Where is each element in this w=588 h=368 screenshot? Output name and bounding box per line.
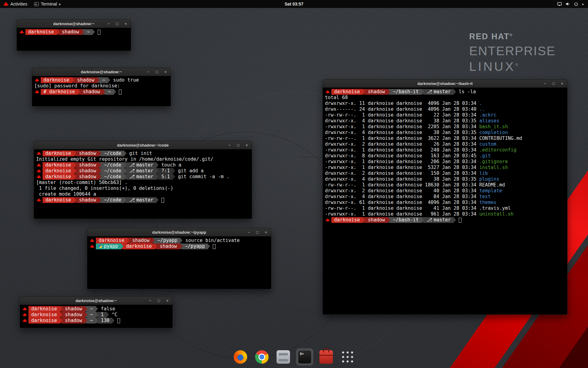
minimize-button[interactable]: − bbox=[106, 22, 111, 26]
powerline-arrow bbox=[152, 238, 155, 243]
close-button[interactable]: × bbox=[264, 230, 268, 234]
powerline-arrow bbox=[85, 312, 87, 317]
prompt-segment-host: shadow bbox=[62, 318, 85, 324]
close-button[interactable]: × bbox=[123, 22, 128, 26]
window-titlebar[interactable]: darknoise@shadow:~−□× bbox=[17, 20, 131, 28]
window-titlebar[interactable]: darknoise@shadow:~−□× bbox=[32, 68, 171, 76]
terminal-output-line: -rwxrwxr-x. 1 darknoise darknoise 5327 J… bbox=[325, 165, 565, 171]
close-button[interactable]: × bbox=[244, 143, 249, 147]
terminal-output-line: -rwxrwxr-x. 1 darknoise darknoise 2205 J… bbox=[325, 124, 565, 130]
powerline-arrow bbox=[85, 306, 87, 312]
terminal-screen[interactable]: darknoiseshadow~/codegit initInitialized… bbox=[34, 149, 252, 219]
dock-item-appgrid[interactable] bbox=[339, 348, 356, 366]
powerline-arrow bbox=[74, 162, 76, 168]
powerline-arrow bbox=[155, 243, 157, 249]
terminal-prompt-line: darknoiseshadow~/pyappsource bin/activat… bbox=[89, 238, 269, 243]
clock[interactable]: Sat 03:57 bbox=[285, 2, 303, 6]
maximize-button[interactable]: □ bbox=[156, 299, 161, 303]
terminal-prompt-line: darknoiseshadow~/codegit init bbox=[36, 151, 250, 156]
close-button[interactable]: × bbox=[165, 299, 170, 303]
prompt-segment-git: master bbox=[126, 168, 156, 174]
terminal-output-line: -rw-rw-r--. 1 darknoise darknoise 22 Jan… bbox=[325, 112, 565, 118]
terminal-screen[interactable]: darknoiseshadow~ bbox=[17, 28, 131, 51]
desktop: RED HAT® ENTERPRISE LINUX® darknoise@sha… bbox=[0, 0, 588, 368]
prompt-segment-gitstatus: S:1 bbox=[159, 174, 173, 180]
powerline-arrow bbox=[421, 217, 424, 223]
powerline-arrow bbox=[74, 197, 76, 203]
powerline-arrow bbox=[57, 29, 59, 35]
minimize-button[interactable]: − bbox=[543, 82, 547, 86]
dock-item-chrome[interactable] bbox=[253, 348, 270, 366]
power-icon bbox=[574, 2, 579, 6]
redhat-prompt-icon bbox=[90, 244, 94, 249]
minimize-button[interactable]: − bbox=[146, 70, 151, 74]
prompt-segment-path: ~/code bbox=[101, 197, 124, 203]
window-controls: −□× bbox=[106, 20, 128, 28]
terminal-screen[interactable]: darknoiseshadow~sudo true[sudo] password… bbox=[32, 76, 171, 106]
terminal-prompt-line: darknoiseshadow~130 bbox=[22, 318, 170, 324]
terminal-screen[interactable]: darknoiseshadow~/bash-itmasterls -latota… bbox=[323, 88, 567, 314]
prompt-segment-user: darknoise bbox=[43, 168, 74, 174]
window-controls: −□× bbox=[247, 228, 268, 236]
terminal-window: darknoise@shadow:~/code−□×darknoiseshado… bbox=[34, 141, 252, 219]
terminal-output-line: -rwxrwxr-x. 1 darknoise darknoise 961 Ja… bbox=[325, 211, 565, 217]
prompt-segment-path: ~/code bbox=[101, 168, 124, 174]
branch-icon bbox=[129, 174, 136, 180]
activities-button[interactable]: Activities bbox=[0, 0, 31, 8]
redhat-prompt-icon bbox=[23, 307, 27, 311]
terminal-cursor bbox=[161, 198, 164, 203]
powerline-arrow bbox=[180, 238, 183, 243]
prompt-segment-host: shadow bbox=[76, 174, 99, 180]
redhat-prompt-icon bbox=[326, 218, 330, 222]
powerline-arrow bbox=[99, 168, 101, 174]
terminal-prompt-line: darknoiseshadow~sudo true bbox=[34, 77, 168, 83]
terminal-screen[interactable]: darknoiseshadow~falsedarknoiseshadow~1^C… bbox=[20, 305, 172, 328]
python-icon bbox=[99, 245, 102, 248]
branch-icon bbox=[427, 89, 434, 95]
minimize-button[interactable]: − bbox=[227, 143, 232, 147]
terminal-output-line: drwxrwxr-x. 8 darknoise darknoise 163 Ja… bbox=[325, 153, 565, 159]
window-titlebar[interactable]: darknoise@shadow:~−□× bbox=[20, 297, 172, 305]
prompt-segment-user: darknoise bbox=[43, 197, 74, 203]
powerline-arrow bbox=[121, 243, 123, 249]
terminal-prompt-line: darknoiseshadow~/codemaster?:1git add a bbox=[36, 168, 250, 174]
powerline-arrow bbox=[421, 89, 424, 94]
terminal-prompt-line: darknoiseshadow~false bbox=[22, 306, 170, 312]
window-titlebar[interactable]: darknoise@shadow:~/pyapp−□× bbox=[87, 228, 271, 236]
dock-item-toolbox[interactable] bbox=[318, 348, 335, 366]
dock-item-firefox[interactable] bbox=[232, 348, 249, 366]
files-icon bbox=[277, 350, 290, 364]
powerline-arrow bbox=[92, 29, 95, 35]
maximize-button[interactable]: □ bbox=[115, 22, 119, 26]
prompt-segment-git: master bbox=[424, 89, 454, 95]
minimize-button[interactable]: − bbox=[148, 299, 153, 303]
powerline-arrow bbox=[103, 89, 105, 94]
terminal-screen[interactable]: darknoiseshadow~/pyappsource bin/activat… bbox=[87, 236, 271, 289]
prompt-segment-user: darknoise bbox=[28, 306, 60, 312]
terminal-cursor bbox=[213, 244, 216, 249]
powerline-arrow bbox=[60, 306, 62, 312]
system-status-area[interactable] bbox=[553, 0, 588, 8]
dock-item-terminal[interactable] bbox=[296, 348, 313, 366]
terminal-icon bbox=[298, 350, 311, 364]
powerline-arrow bbox=[388, 89, 390, 94]
minimize-button[interactable]: − bbox=[247, 230, 251, 234]
branch-icon bbox=[129, 168, 136, 174]
close-button[interactable]: × bbox=[560, 82, 564, 86]
appgrid-icon bbox=[341, 350, 354, 364]
powerline-arrow bbox=[74, 151, 76, 156]
window-titlebar[interactable]: darknoise@shadow:~/code−□× bbox=[34, 141, 252, 149]
powerline-arrow bbox=[107, 312, 109, 317]
dock-item-files[interactable] bbox=[275, 348, 292, 366]
maximize-button[interactable]: □ bbox=[551, 82, 556, 86]
maximize-button[interactable]: □ bbox=[155, 70, 159, 74]
brand-enterprise: ENTERPRISE bbox=[469, 44, 556, 58]
prompt-segment-path: ~/pyapp bbox=[155, 238, 180, 243]
maximize-button[interactable]: □ bbox=[255, 230, 260, 234]
close-button[interactable]: × bbox=[163, 70, 168, 74]
maximize-button[interactable]: □ bbox=[236, 143, 240, 147]
window-titlebar[interactable]: darknoise@shadow:~/bash-it−□× bbox=[323, 79, 567, 88]
terminal-output-line: create mode 100644 a bbox=[36, 191, 250, 197]
app-menu[interactable]: Terminal bbox=[31, 0, 64, 8]
terminal-output-line: drwxrwxr-x. 4 darknoise darknoise 38 Jan… bbox=[325, 118, 565, 124]
